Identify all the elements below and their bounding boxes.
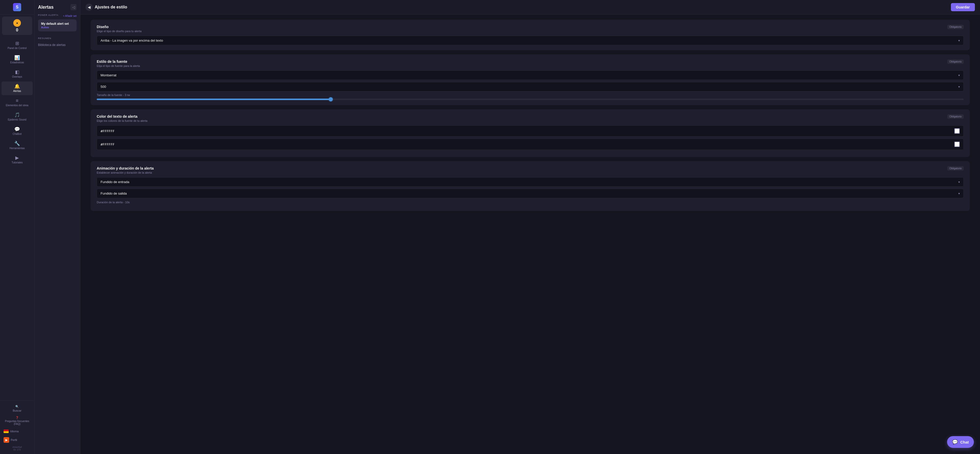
sidebar-item-epidemic[interactable]: 🎵 Epidemic Sound <box>2 110 33 124</box>
alert-set-name: My default alert set <box>41 22 73 25</box>
font-name-select[interactable]: Montserrat ▾ <box>97 70 964 80</box>
main-header: ◀ Ajustes de estilo Guardar <box>80 0 980 14</box>
collapse-button[interactable]: ◁ <box>70 4 76 10</box>
estadisticas-icon: 📊 <box>14 56 20 60</box>
section-title-diseno: Diseño <box>97 25 142 29</box>
lang-label: Idioma <box>10 430 19 433</box>
panel-label: Panel de Control <box>8 47 27 50</box>
page-title: Ajustes de estilo <box>95 5 127 10</box>
chat-bubble[interactable]: 💬 Chat <box>947 436 974 448</box>
section-title-animacion: Animación y duración de la alerta <box>97 166 154 170</box>
faq-label: Preguntas frecuentes (FAQ) <box>2 420 32 425</box>
elementos-label: Elementos del strea <box>6 104 28 107</box>
score-box: ● 0 <box>2 17 32 35</box>
salida-select-value: Fundido de salida <box>100 191 127 195</box>
back-arrow-icon: ◀ <box>86 3 93 11</box>
sidebar-item-chatbot[interactable]: 💬 Chatbot <box>2 124 33 138</box>
sidebar-item-panel[interactable]: ⊞ Panel de Control <box>2 38 33 53</box>
color-swatch-1[interactable] <box>954 128 960 134</box>
section-estilo-fuente: Estilo de la fuente Elija el tipo de fue… <box>91 54 970 105</box>
chevron-down-icon-entrada: ▾ <box>958 180 960 184</box>
flag-icon <box>3 430 9 433</box>
font-size-slider[interactable] <box>97 99 964 100</box>
font-weight-value: 500 <box>100 85 106 89</box>
diseno-select[interactable]: Arriba - La imagen va por encima del tex… <box>97 36 964 45</box>
chatbot-label: Chatbot <box>13 132 21 135</box>
section-color-texto: Color del texto de alerta Elige los colo… <box>91 109 970 157</box>
sidebar-item-estadisticas[interactable]: 📊 Estadísticas <box>2 53 33 67</box>
obligatorio-badge-color: Obligatorio <box>947 115 964 119</box>
sidebar-item-herramientas[interactable]: 🔧 Herramientas <box>2 139 33 153</box>
entrada-select[interactable]: Fundido de entrada ▾ <box>97 177 964 186</box>
slider-thumb[interactable] <box>329 97 333 101</box>
sidebar-bottom: 🔍 Buscar ❓ Preguntas frecuentes (FAQ) Id… <box>0 401 34 454</box>
add-set-button[interactable]: + Añadir set <box>63 14 76 18</box>
chevron-down-icon-salida: ▾ <box>958 192 960 195</box>
obligatorio-badge-fuente: Obligatorio <box>947 59 964 64</box>
section-title-group-animacion: Animación y duración de la alerta Establ… <box>97 166 154 174</box>
faq-item[interactable]: ❓ Preguntas frecuentes (FAQ) <box>1 414 33 427</box>
section-title-group-color: Color del texto de alerta Elige los colo… <box>97 115 148 122</box>
alert-set-item[interactable]: My default alert set Activo <box>38 19 76 32</box>
section-animacion: Animación y duración de la alerta Establ… <box>91 161 970 211</box>
elementos-icon: ≡ <box>16 98 19 103</box>
obligatorio-badge-diseno: Obligatorio <box>947 25 964 29</box>
section-header-animacion: Animación y duración de la alerta Establ… <box>97 166 964 174</box>
app-logo: S <box>13 3 21 11</box>
salida-select[interactable]: Fundido de salida ▾ <box>97 189 964 198</box>
section-subtitle-fuente: Elija el tipo de fuente para la alerta <box>97 64 140 67</box>
overlays-icon: ◧ <box>15 70 19 74</box>
search-label: Buscar <box>13 409 21 412</box>
profile-icon: ▶ <box>3 437 9 443</box>
score-number: 0 <box>16 28 18 32</box>
save-button[interactable]: Guardar <box>951 3 975 11</box>
tutoriales-icon: ▶ <box>15 156 19 160</box>
biblioteca-link[interactable]: Biblioteca de alertas <box>35 41 80 49</box>
section-subtitle-color: Elige los colores de la fuente de tu ale… <box>97 119 148 122</box>
color-row-2[interactable]: #FFFFFF <box>97 139 964 150</box>
version-info: v54a35af ID: 172 <box>1 445 33 452</box>
chevron-down-icon-weight: ▾ <box>958 85 960 89</box>
sidebar-item-alertas[interactable]: 🔔 Alertas <box>2 81 33 95</box>
font-name-value: Montserrat <box>100 73 116 77</box>
search-item[interactable]: 🔍 Buscar <box>1 403 33 414</box>
herramientas-icon: 🔧 <box>14 141 20 146</box>
logo-area: S <box>0 0 34 14</box>
faq-icon: ❓ <box>16 416 19 419</box>
back-button[interactable]: ◀ Ajustes de estilo <box>86 3 127 11</box>
section-title-group-fuente: Estilo de la fuente Elija el tipo de fue… <box>97 59 140 67</box>
sidebar-item-overlays[interactable]: ◧ Overlays <box>2 67 33 81</box>
alerts-header: Alertas ◁ <box>35 0 80 13</box>
alert-set-badge: Activo <box>41 26 73 29</box>
chat-icon: 💬 <box>952 439 958 445</box>
profile-item[interactable]: ▶ Perfil <box>1 435 33 445</box>
section-header-color: Color del texto de alerta Elige los colo… <box>97 115 964 122</box>
font-size-slider-container: Tamaño de la fuente - 3 rw <box>97 94 964 100</box>
profile-label: Perfil <box>11 438 17 441</box>
obligatorio-badge-animacion: Obligatorio <box>947 166 964 170</box>
panel-icon: ⊞ <box>15 41 19 46</box>
sidebar-item-tutoriales[interactable]: ▶ Tutoriales <box>2 153 33 167</box>
chevron-down-icon: ▾ <box>958 39 960 42</box>
alerts-title: Alertas <box>38 5 54 10</box>
nav-items: ⊞ Panel de Control 📊 Estadísticas ◧ Over… <box>0 37 34 401</box>
color-swatch-2[interactable] <box>954 142 960 147</box>
sidebar: S ● 0 ⊞ Panel de Control 📊 Estadísticas … <box>0 0 35 454</box>
sidebar-item-elementos[interactable]: ≡ Elementos del strea <box>2 96 33 110</box>
overlays-label: Overlays <box>12 75 22 78</box>
herramientas-label: Herramientas <box>10 147 25 150</box>
section-diseno: Diseño Elige el tipo de diseño para tu a… <box>91 20 970 50</box>
lang-item[interactable]: Idioma <box>1 427 33 435</box>
score-circle: ● <box>13 19 21 27</box>
tutoriales-label: Tutoriales <box>11 161 23 164</box>
color-row-1[interactable]: #FFFFFF <box>97 125 964 137</box>
section-title-group-diseno: Diseño Elige el tipo de diseño para tu a… <box>97 25 142 33</box>
font-weight-select[interactable]: 500 ▾ <box>97 82 964 91</box>
main-content: ◀ Ajustes de estilo Guardar Diseño Elige… <box>80 0 980 454</box>
chevron-down-icon-font: ▾ <box>958 73 960 77</box>
section-subtitle-diseno: Elige el tipo de diseño para tu alerta <box>97 30 142 33</box>
section-title-fuente: Estilo de la fuente <box>97 59 140 64</box>
estadisticas-label: Estadísticas <box>10 61 24 64</box>
chat-label: Chat <box>960 440 969 444</box>
form-scroll: Diseño Elige el tipo de diseño para tu a… <box>80 14 980 454</box>
